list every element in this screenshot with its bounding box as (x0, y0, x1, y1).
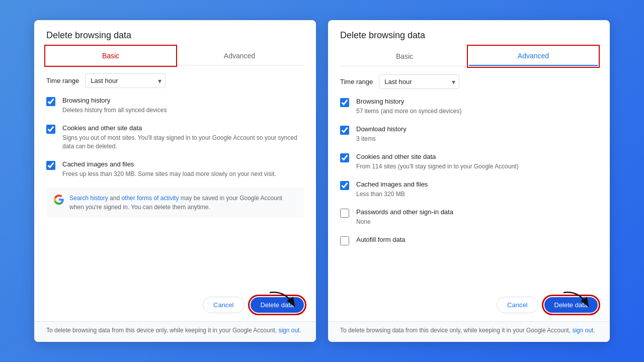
left-item-browsing-history-text: Browsing history Deletes history from al… (62, 96, 167, 115)
left-scroll-area[interactable]: Time range Last hour Last 24 hours Last … (34, 65, 316, 291)
right-desc-download-history: 3 items (356, 135, 407, 143)
left-dialog-footer: Cancel Delete data (34, 291, 316, 321)
right-dialog-body: Time range Last hour Last 24 hours Last … (328, 66, 610, 291)
right-item-download-history-text: Download history 3 items (356, 125, 407, 143)
right-item-browsing-history-text: Browsing history 57 items (and more on s… (356, 97, 461, 116)
left-checkbox-browsing-history[interactable] (46, 97, 55, 106)
left-desc-browsing-history: Deletes history from all synced devices (62, 106, 167, 115)
right-label-cached: Cached images and files (356, 180, 428, 189)
left-other-forms-link[interactable]: other forms of activity (121, 195, 179, 202)
left-delete-button[interactable]: Delete data (251, 297, 304, 313)
right-checkbox-cookies[interactable] (340, 153, 349, 162)
right-bottom-note: To delete browsing data from this device… (328, 321, 610, 342)
right-dialog: Delete browsing data Basic Advanced Time… (328, 20, 610, 342)
right-dialog-title: Delete browsing data (340, 30, 598, 41)
right-item-download-history: Download history 3 items (340, 125, 598, 143)
left-bottom-note-before: To delete browsing data from this device… (46, 327, 278, 334)
left-time-range-label: Time range (46, 77, 79, 84)
left-checkbox-cookies[interactable] (46, 125, 55, 134)
left-select-wrapper: Last hour Last 24 hours Last 7 days Last… (85, 73, 166, 88)
right-scroll-area[interactable]: Time range Last hour Last 24 hours Last … (328, 66, 610, 291)
right-desc-browsing-history: 57 items (and more on synced devices) (356, 107, 461, 116)
left-cancel-button[interactable]: Cancel (203, 297, 244, 313)
left-time-range-row: Time range Last hour Last 24 hours Last … (46, 73, 304, 88)
right-tabs: Basic Advanced (340, 47, 598, 66)
right-item-cookies-text: Cookies and other site data From 114 sit… (356, 152, 518, 171)
left-desc-cached: Frees up less than 320 MB. Some sites ma… (62, 170, 276, 178)
right-time-range-row: Time range Last hour Last 24 hours Last … (340, 74, 598, 89)
right-label-passwords: Passwords and other sign-in data (356, 208, 453, 217)
left-item-cached: Cached images and files Frees up less th… (46, 160, 304, 178)
right-dialog-header: Delete browsing data Basic Advanced (328, 20, 610, 66)
google-g-icon (53, 194, 64, 205)
left-info-box: Search history and other forms of activi… (46, 188, 304, 218)
right-item-cookies: Cookies and other site data From 114 sit… (340, 152, 598, 171)
right-time-range-select[interactable]: Last hour Last 24 hours Last 7 days Last… (379, 74, 459, 89)
right-label-autofill: Autofill form data (356, 235, 406, 244)
right-tab-basic[interactable]: Basic (340, 47, 469, 66)
left-label-browsing-history: Browsing history (62, 96, 167, 105)
right-checkbox-passwords[interactable] (340, 209, 349, 218)
right-checkbox-autofill[interactable] (340, 236, 349, 245)
left-bottom-note-after: . (299, 327, 301, 334)
right-delete-button[interactable]: Delete data (544, 297, 598, 313)
left-tab-basic[interactable]: Basic (46, 47, 175, 65)
left-item-browsing-history: Browsing history Deletes history from al… (46, 96, 304, 115)
right-checkbox-cached[interactable] (340, 181, 349, 190)
left-desc-cookies: Signs you out of most sites. You'll stay… (62, 134, 304, 151)
right-bottom-note-before: To delete browsing data from this device… (340, 327, 572, 334)
right-label-download-history: Download history (356, 125, 407, 134)
right-desc-cookies: From 114 sites (you'll stay signed in to… (356, 162, 518, 171)
right-item-autofill-text: Autofill form data (356, 235, 406, 244)
right-item-passwords-text: Passwords and other sign-in data None (356, 208, 453, 226)
right-time-range-label: Time range (340, 78, 373, 85)
right-label-cookies: Cookies and other site data (356, 152, 518, 161)
left-item-cached-text: Cached images and files Frees up less th… (62, 160, 276, 178)
right-cancel-button[interactable]: Cancel (497, 297, 538, 313)
right-bottom-note-after: . (593, 327, 595, 334)
left-dialog: Delete browsing data Basic Advanced Time… (34, 20, 316, 342)
right-item-passwords: Passwords and other sign-in data None (340, 208, 598, 226)
left-label-cached: Cached images and files (62, 160, 276, 169)
left-search-history-link[interactable]: Search history (69, 195, 108, 202)
right-desc-cached: Less than 320 MB (356, 190, 428, 199)
right-item-browsing-history: Browsing history 57 items (and more on s… (340, 97, 598, 116)
left-tabs: Basic Advanced (46, 47, 304, 65)
left-dialog-header: Delete browsing data Basic Advanced (34, 20, 316, 65)
right-select-wrapper: Last hour Last 24 hours Last 7 days Last… (379, 74, 459, 89)
right-checkbox-download-history[interactable] (340, 126, 349, 135)
right-item-autofill: Autofill form data (340, 235, 598, 245)
right-label-browsing-history: Browsing history (356, 97, 461, 106)
left-item-cookies-text: Cookies and other site data Signs you ou… (62, 124, 304, 151)
right-sign-out-link[interactable]: sign out (572, 327, 593, 334)
right-desc-passwords: None (356, 218, 453, 226)
left-dialog-body: Time range Last hour Last 24 hours Last … (34, 65, 316, 291)
left-bottom-note: To delete browsing data from this device… (34, 321, 316, 342)
left-info-text: Search history and other forms of activi… (69, 194, 297, 212)
right-item-cached-text: Cached images and files Less than 320 MB (356, 180, 428, 199)
right-checkbox-browsing-history[interactable] (340, 98, 349, 107)
right-dialog-footer: Cancel Delete data (328, 291, 610, 321)
left-checkbox-cached[interactable] (46, 161, 55, 170)
left-sign-out-link[interactable]: sign out (278, 327, 299, 334)
left-time-range-select[interactable]: Last hour Last 24 hours Last 7 days Last… (85, 73, 166, 88)
left-item-cookies: Cookies and other site data Signs you ou… (46, 124, 304, 151)
left-tab-advanced[interactable]: Advanced (175, 47, 304, 65)
left-dialog-title: Delete browsing data (46, 30, 304, 41)
right-item-cached: Cached images and files Less than 320 MB (340, 180, 598, 199)
left-label-cookies: Cookies and other site data (62, 124, 304, 133)
right-tab-advanced[interactable]: Advanced (469, 47, 598, 66)
